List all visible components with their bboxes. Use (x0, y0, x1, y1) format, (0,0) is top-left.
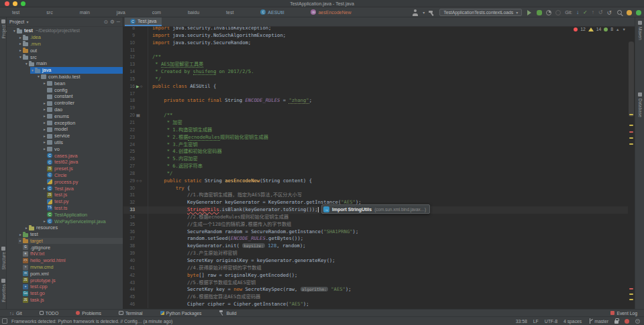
code-line[interactable]: 15 */ (123, 76, 628, 83)
git-update-icon[interactable]: ↓ (576, 9, 579, 15)
run-configuration-select[interactable]: TestApplicationTests.contextLoads ▾ (439, 9, 522, 16)
hide-icon[interactable]: ─ (117, 19, 120, 25)
tree-item[interactable]: ▸service (7, 133, 123, 139)
lock-icon[interactable] (614, 320, 619, 324)
collapsed-arrow-icon[interactable]: ▸ (18, 36, 23, 40)
chevron-down-icon[interactable]: ▾ (423, 10, 425, 15)
code-line[interactable]: 13 * AES加密解密工具类 (123, 61, 628, 68)
git-rollback-icon[interactable]: ↺ (598, 9, 603, 15)
plugin-orange-icon[interactable] (627, 10, 632, 15)
tool-window-button-git[interactable]: ↑↓Git (9, 311, 22, 316)
code-line[interactable]: 37 random.setSeed(ENCODE_RULES.getBytes(… (123, 235, 628, 243)
breadcrumb-item[interactable]: com (152, 10, 161, 15)
collapsed-arrow-icon[interactable]: ▸ (42, 134, 47, 138)
git-commit-icon[interactable]: ✓ (583, 9, 588, 15)
scrollbar-thumb[interactable] (629, 42, 634, 117)
tree-item[interactable]: Ccases.java (7, 152, 123, 159)
code-line[interactable]: 10import java.security.SecureRandom; (123, 40, 628, 47)
tree-item[interactable]: ▸enums (7, 113, 123, 119)
code-line[interactable]: 39 //3.产生原始对称密钥 (123, 250, 628, 257)
tree-item[interactable]: JStest.js (7, 192, 123, 198)
collapsed-arrow-icon[interactable]: ▸ (42, 140, 47, 144)
tree-item[interactable]: ≡fNV.txt (7, 251, 123, 257)
tree-item[interactable]: ▸CWxPayServiceImpl.java (7, 218, 123, 224)
code-line[interactable]: 44 SecretKey key = new SecretKeySpec(raw… (123, 286, 628, 294)
code-line[interactable]: 31 //1.构造密钥生成器，指定为AES算法,不区分大小写 (123, 192, 628, 199)
tool-window-button-python-packages[interactable]: Python Packages (160, 311, 202, 316)
tool-tab-maven[interactable]: Maven (635, 21, 644, 40)
status-widget-master[interactable]: master (588, 318, 608, 324)
breadcrumb-class[interactable]: CAESUtil (260, 9, 284, 15)
collapsed-arrow-icon[interactable]: ▸ (42, 101, 47, 105)
breadcrumb-method[interactable]: maesEncodeNew (311, 9, 351, 15)
warning-stripe-mark[interactable] (629, 299, 633, 300)
undo-icon[interactable]: ↺ (606, 9, 612, 16)
breadcrumb-item[interactable]: baidu (188, 10, 199, 15)
collapsed-arrow-icon[interactable]: ▸ (42, 107, 47, 111)
tree-item[interactable]: ▸bean (7, 80, 123, 86)
prev-error-icon[interactable]: ▲ (616, 27, 619, 31)
tree-item[interactable]: TStest.ts (7, 205, 123, 212)
collapsed-arrow-icon[interactable]: ▸ (42, 186, 47, 190)
warning-stripe-mark[interactable] (629, 294, 633, 295)
code-line[interactable]: 14 * Created by shuifeng on 2017/2/5. (123, 68, 628, 76)
code-line[interactable]: 30 try { (123, 185, 628, 192)
tool-window-button-todo[interactable]: TODO (40, 311, 59, 316)
warning-stripe-mark[interactable] (629, 125, 633, 126)
code-area[interactable]: 8import java.security.InvalidKeyExceptio… (123, 27, 628, 309)
tree-item[interactable]: ▸vo (7, 145, 123, 152)
circle-gutter-icon[interactable]: ○ (140, 84, 144, 88)
code-line[interactable]: 29○○ public static String aesEncodeNew(S… (123, 178, 628, 185)
project-panel-title[interactable]: Project (9, 19, 24, 25)
tree-item[interactable]: Ctest62.java (7, 159, 123, 166)
code-line[interactable]: 27 * 6.返回字符串 (123, 163, 628, 170)
collapsed-arrow-icon[interactable]: ▸ (18, 233, 23, 237)
user-icon[interactable] (412, 9, 419, 16)
code-line[interactable]: 22 * 1.构造密钥生成器 (123, 127, 628, 134)
tree-item[interactable]: ▸out (7, 47, 123, 54)
editor-tab-test-java[interactable]: C Test.java (125, 17, 162, 26)
tree-item[interactable]: +test.cpp (7, 283, 123, 290)
git-push-icon[interactable]: ↑ (592, 9, 594, 15)
expanded-arrow-icon[interactable]: ▾ (18, 55, 23, 59)
chevron-down-icon[interactable]: ▾ (26, 19, 28, 24)
plugin-green-icon[interactable] (636, 10, 641, 15)
collapsed-arrow-icon[interactable]: ▸ (18, 239, 23, 243)
code-line[interactable]: 35 //生成一个128位的随机源,根据传入的字节数组 (123, 221, 628, 229)
inspections-widget[interactable]: 12 14 8 ▲ ▼ (574, 27, 626, 31)
debug-icon[interactable] (537, 10, 542, 15)
status-widget-LF[interactable]: LF (533, 319, 539, 324)
profiler-icon[interactable] (555, 10, 561, 15)
notification-dot-icon[interactable] (625, 319, 629, 324)
tree-item[interactable]: ▸CTest.java (7, 185, 123, 192)
code-line[interactable]: 24 * 3.产生密钥 (123, 141, 628, 149)
build-hammer-icon[interactable] (429, 9, 435, 16)
tree-item[interactable]: <>hello_world.html (7, 257, 123, 264)
status-widget-UTF-8[interactable]: UTF-8 (545, 319, 557, 324)
error-stripe-mark[interactable] (629, 131, 633, 133)
code-line[interactable]: 8import java.security.InvalidKeyExceptio… (123, 27, 628, 32)
collapsed-arrow-icon[interactable]: ▸ (42, 121, 47, 125)
breadcrumb-item[interactable]: test (226, 10, 233, 15)
code-line[interactable]: 9import java.security.NoSuchAlgorithmExc… (123, 32, 628, 40)
code-line[interactable]: 28 */ (123, 170, 628, 178)
tree-item[interactable]: constant (7, 93, 123, 100)
expanded-arrow-icon[interactable]: ▾ (30, 68, 35, 72)
help-icon[interactable]: ? (635, 319, 640, 324)
tree-item[interactable]: CTestApplication (7, 211, 123, 218)
code-line[interactable]: 41 //4.获得原始对称密钥的字节数组 (123, 265, 628, 272)
import-class-popup[interactable]: → Import StringUtils (com.sun.xml.bind.j… (321, 204, 430, 214)
collapsed-arrow-icon[interactable]: ▸ (18, 48, 23, 52)
collapsed-arrow-icon[interactable]: ▸ (42, 127, 47, 131)
next-error-icon[interactable]: ▼ (623, 27, 626, 31)
tree-item[interactable]: test.py (7, 198, 123, 205)
circle-gutter-icon[interactable]: ○ (140, 179, 143, 183)
code-line[interactable]: 42 byte[] raw = originalKey.getEncoded()… (123, 272, 628, 279)
tool-window-button-terminal[interactable]: >_Terminal (119, 311, 143, 316)
collapsed-arrow-icon[interactable]: ▸ (42, 114, 47, 118)
fold-gutter-icon[interactable]: ▤ (136, 113, 141, 117)
tool-tab-database[interactable]: Database (635, 92, 644, 117)
code-line[interactable]: 43 //5.根据字节数组生成AES密钥 (123, 279, 628, 287)
tree-item[interactable]: ▸exception (7, 119, 123, 126)
collapsed-arrow-icon[interactable]: ▸ (42, 219, 47, 223)
